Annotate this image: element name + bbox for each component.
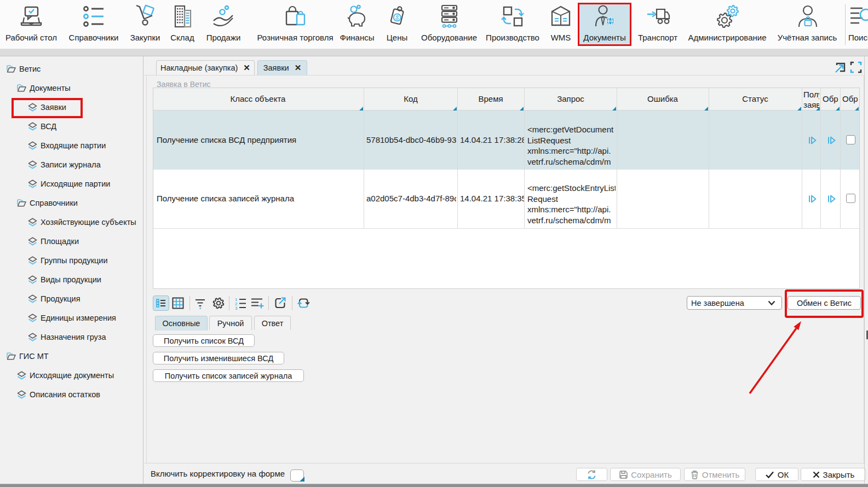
- svg-text:$: $: [395, 14, 400, 21]
- svg-text:3: 3: [235, 306, 238, 310]
